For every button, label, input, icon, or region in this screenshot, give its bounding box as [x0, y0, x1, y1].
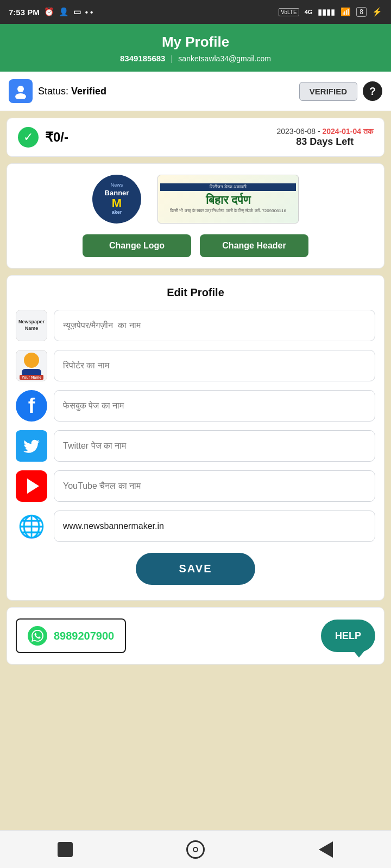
status-text: Status: Verified: [38, 86, 106, 97]
contact-info: 8349185683 | sanketsawla34@gmail.com: [11, 54, 380, 63]
nav-back-button[interactable]: [314, 838, 338, 861]
user-icon: 👤: [59, 7, 69, 17]
verified-button[interactable]: VERIFIED: [299, 82, 357, 101]
dots-icon: • •: [85, 8, 93, 17]
days-left: 83 Days Left: [276, 136, 373, 148]
facebook-input[interactable]: [54, 390, 375, 422]
edit-profile-section: Edit Profile NewspaperName Your Name f: [7, 275, 384, 601]
website-input[interactable]: [54, 510, 375, 542]
signal-icon: ▮▮▮▮: [318, 7, 335, 17]
reporter-icon-container: Your Name: [16, 350, 47, 381]
date-range: 2023-06-08 - 2024-01-04 तक: [276, 127, 373, 136]
youtube-icon: [16, 470, 47, 502]
newspaper-icon: NewspaperName: [16, 310, 47, 341]
separator: |: [171, 54, 173, 63]
edit-profile-title: Edit Profile: [16, 286, 375, 299]
facebook-field-row: f: [16, 390, 375, 422]
logo-buttons: Change Logo Change Header: [16, 234, 375, 257]
status-left: Status: Verified: [9, 79, 106, 103]
app-header: My Profile 8349185683 | sanketsawla34@gm…: [0, 24, 391, 72]
globe-icon: 🌐: [16, 510, 47, 542]
subscription-price: ₹0/-: [45, 130, 68, 145]
status-bar: 7:53 PM ⏰ 👤 ▭ • • VoLTE 4G ▮▮▮▮ 📶 8 ⚡: [0, 0, 391, 24]
help-icon[interactable]: ?: [363, 81, 382, 101]
logo-section: News Banner M aker सिटीजन डेस्क अकादमी ब…: [7, 163, 384, 269]
sim-icon: ▭: [73, 7, 81, 17]
twitter-field-row: [16, 430, 375, 462]
page-title: My Profile: [11, 34, 380, 50]
youtube-icon-container: [16, 470, 47, 502]
website-field-row: 🌐: [16, 510, 375, 542]
subscription-card: ✓ ₹0/- 2023-06-08 - 2024-01-04 तक 83 Day…: [7, 118, 384, 157]
date-end: 2024-01-04: [322, 127, 361, 136]
reporter-face: [24, 353, 39, 368]
whatsapp-icon: [28, 626, 47, 646]
facebook-icon: f: [16, 390, 47, 422]
nav-home-button[interactable]: [184, 838, 207, 861]
youtube-field-row: [16, 470, 375, 502]
wifi-icon: 📶: [340, 7, 351, 17]
twitter-icon-container: [16, 430, 47, 462]
header-email: sanketsawla34@gmail.com: [178, 54, 271, 63]
status-value: Verified: [71, 86, 106, 97]
date-start: 2023-06-08: [276, 127, 316, 136]
time: 7:53 PM: [9, 8, 40, 17]
subscription-dates: 2023-06-08 - 2024-01-04 तक 83 Days Left: [276, 127, 373, 148]
nav-circle-icon: [186, 840, 205, 859]
status-bar-right: VoLTE 4G ▮▮▮▮ 📶 8 ⚡: [279, 7, 382, 17]
nav-square-button[interactable]: [53, 838, 77, 861]
status-row: Status: Verified VERIFIED ?: [0, 72, 391, 111]
youtube-play-icon: [27, 478, 39, 494]
nav-bar: [0, 830, 391, 868]
change-logo-button[interactable]: Change Logo: [83, 234, 191, 257]
banner-top-bar: सिटीजन डेस्क अकादमी: [160, 183, 296, 191]
help-bubble[interactable]: HELP: [321, 620, 375, 652]
facebook-icon-container: f: [16, 390, 47, 422]
banner-title: बिहार दर्पण: [206, 193, 251, 207]
whatsapp-box[interactable]: 8989207900: [16, 618, 126, 653]
status-bar-left: 7:53 PM ⏰ 👤 ▭ • •: [9, 7, 93, 17]
reporter-input[interactable]: [54, 350, 375, 381]
clock-icon: ⏰: [44, 7, 54, 17]
bottom-contact: 8989207900 HELP: [7, 607, 384, 665]
nbm-logo: News Banner M aker: [92, 175, 141, 224]
charging-icon: ⚡: [372, 7, 382, 17]
change-header-button[interactable]: Change Header: [200, 234, 308, 257]
subscription-left: ✓ ₹0/-: [18, 127, 68, 148]
twitter-icon: [16, 430, 47, 462]
volte-icon: VoLTE: [279, 8, 299, 16]
svg-point-0: [17, 86, 24, 92]
whatsapp-number[interactable]: 8989207900: [54, 630, 114, 642]
your-name-label: Your Name: [20, 375, 43, 380]
globe-icon-container: 🌐: [16, 510, 47, 542]
banner-subtitle: किसी भी तरह के खबर पत्र निर्धारण जारी के…: [168, 207, 288, 215]
save-button[interactable]: SAVE: [136, 553, 256, 585]
nav-triangle-icon: [319, 841, 333, 858]
battery-icon: 8: [356, 7, 367, 17]
main-content: ✓ ₹0/- 2023-06-08 - 2024-01-04 तक 83 Day…: [0, 111, 391, 721]
status-label: Status:: [38, 86, 68, 97]
logo-row: News Banner M aker सिटीजन डेस्क अकादमी ब…: [16, 175, 375, 224]
status-actions: VERIFIED ?: [299, 81, 382, 101]
svg-point-1: [15, 93, 26, 99]
user-avatar: [9, 79, 33, 103]
header-banner: सिटीजन डेस्क अकादमी बिहार दर्पण किसी भी …: [157, 175, 299, 224]
date-suffix: तक: [363, 127, 373, 136]
header-phone: 8349185683: [120, 54, 165, 63]
nav-square-icon: [58, 842, 73, 857]
newspaper-field-row: NewspaperName: [16, 310, 375, 341]
4g-icon: 4G: [305, 9, 313, 15]
youtube-input[interactable]: [54, 470, 375, 502]
check-icon: ✓: [18, 127, 39, 148]
newspaper-input[interactable]: [54, 310, 375, 341]
reporter-field-row: Your Name: [16, 350, 375, 381]
twitter-input[interactable]: [54, 430, 375, 462]
